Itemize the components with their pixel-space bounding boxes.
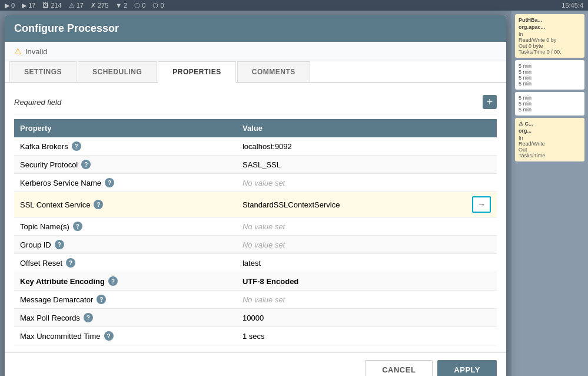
property-value-cell[interactable]: localhost:9092 [237,137,497,156]
property-name-cell: Offset Reset ? [14,254,237,272]
col-header-property: Property [14,119,237,137]
help-icon[interactable]: ? [94,200,103,209]
apply-button[interactable]: APPLY [437,360,497,376]
modal-content: Required field + Property Value [5,83,506,352]
property-name-cell: Kafka Brokers ? [14,137,237,156]
property-name-cell: SSL Context Service ? [14,192,237,217]
col-header-value: Value [237,119,497,137]
property-value-cell[interactable]: SASL_SSL [237,156,497,174]
right-panel: PutHBa... org.apac... In Read/Write 0 by… [511,11,588,376]
modal-title: Configure Processor [14,22,119,35]
right-card-1-title: PutHBa... [519,17,581,23]
help-icon[interactable]: ? [55,240,64,249]
table-row: Offset Reset ? latest [14,254,497,272]
modal-header: Configure Processor [5,15,506,42]
invalid-banner: ⚠ Invalid [5,42,506,61]
help-icon[interactable]: ? [72,141,81,151]
help-icon[interactable]: ? [108,276,118,286]
property-name-cell: Topic Name(s) ? [14,217,237,236]
property-name-cell: Kerberos Service Name ? [14,174,237,192]
right-card-times-2: 5 min 5 min 5 min [515,92,584,116]
property-name: Group ID [20,240,51,249]
property-value-cell[interactable]: No value set [237,236,497,254]
property-name-cell: Group ID ? [14,236,237,254]
property-name: Kafka Brokers [20,142,68,151]
property-value-cell[interactable]: No value set [237,217,497,236]
table-row: Topic Name(s) ? No value set [14,217,497,236]
toolbar-stat-5: ✗ 275 [91,2,108,9]
right-card-1: PutHBa... org.apac... In Read/Write 0 by… [515,14,584,58]
property-name: SSL Context Service [20,200,90,209]
property-name: Key Attribute Encoding [20,277,105,286]
table-row: Max Poll Records ? 10000 [14,309,497,327]
navigate-service-button[interactable]: → [472,196,491,213]
toolbar-stat-7: ⬡ 0 [134,2,145,9]
property-name: Max Uncommitted Time [20,332,101,341]
table-row: Security Protocol ? SASL_SSL [14,156,497,174]
table-row: Group ID ? No value set [14,236,497,254]
toolbar-stat-3: 🖼 214 [42,2,61,9]
right-card-2-subtitle: org... [519,128,581,134]
property-value-cell[interactable]: 10000 [237,309,497,327]
property-name-cell: Max Uncommitted Time ? [14,327,237,345]
warning-icon: ⚠ [14,47,22,56]
property-value-cell[interactable]: No value set [237,291,497,309]
tab-properties[interactable]: PROPERTIES [158,61,235,83]
property-name: Kerberos Service Name [20,179,101,187]
property-name: Topic Name(s) [20,222,69,231]
help-icon[interactable]: ? [84,313,93,322]
property-value-cell[interactable]: 1 secs [237,327,497,345]
add-property-button[interactable]: + [483,95,497,109]
property-value-cell[interactable]: StandardSSLContextService → [237,192,497,217]
tabs-container: SETTINGS SCHEDULING PROPERTIES COMMENTS [5,61,506,83]
right-card-2-title: ⚠ C... [519,121,581,127]
help-icon[interactable]: ? [104,331,114,341]
tab-settings[interactable]: SETTINGS [9,61,77,82]
property-value: StandardSSLContextService [242,200,340,209]
right-card-2: ⚠ C... org... In Read/Write Out Tasks/Ti… [515,118,584,161]
property-name: Max Poll Records [20,314,80,322]
table-row: Kafka Brokers ? localhost:9092 [14,137,497,156]
required-field-header: Required field + [14,90,497,114]
table-row: Key Attribute Encoding ? UTF-8 Encoded [14,272,497,291]
required-field-label: Required field [14,98,61,107]
cancel-button[interactable]: CANCEL [365,360,433,376]
tab-scheduling[interactable]: SCHEDULING [78,61,157,82]
toolbar-stat-2: ▶ 17 [22,2,35,9]
property-value-cell[interactable]: UTF-8 Encoded [237,272,497,291]
toolbar-time: 15:45:4 [562,2,583,9]
table-header-row: Property Value [14,119,497,137]
property-name-cell: Key Attribute Encoding ? [14,272,237,291]
table-row: Message Demarcator ? No value set [14,291,497,309]
property-name-cell: Security Protocol ? [14,156,237,174]
configure-processor-modal: Configure Processor ⚠ Invalid SETTINGS S… [5,15,506,376]
property-name-cell: Max Poll Records ? [14,309,237,327]
property-name-cell: Message Demarcator ? [14,291,237,309]
modal-footer: CANCEL APPLY [5,352,506,376]
property-name: Message Demarcator [20,295,93,304]
property-name: Security Protocol [20,160,78,169]
table-row-highlighted: SSL Context Service ? StandardSSLContext… [14,192,497,217]
help-icon[interactable]: ? [105,178,114,187]
properties-table: Property Value Kafka Brokers ? [14,119,497,345]
invalid-text: Invalid [25,47,48,56]
help-icon[interactable]: ? [66,258,75,268]
property-value-cell[interactable]: latest [237,254,497,272]
property-name: Offset Reset [20,259,62,268]
help-icon[interactable]: ? [97,295,106,304]
toolbar-stat-1: ▶ 0 [5,2,15,9]
right-card-1-subtitle: org.apac... [519,24,581,30]
modal-overlay: Configure Processor ⚠ Invalid SETTINGS S… [0,11,512,376]
help-icon[interactable]: ? [81,160,91,169]
top-toolbar: ▶ 0 ▶ 17 🖼 214 ⚠ 17 ✗ 275 ▼ 2 ⬡ 0 ⬡ 0 15… [0,0,588,11]
right-card-times-1: 5 min 5 min 5 min 5 min [515,60,584,90]
toolbar-stat-8: ⬡ 0 [152,2,164,9]
toolbar-stat-6: ▼ 2 [115,2,127,9]
table-row: Kerberos Service Name ? No value set [14,174,497,192]
toolbar-stat-4: ⚠ 17 [69,2,84,9]
table-row: Max Uncommitted Time ? 1 secs [14,327,497,345]
property-value-cell[interactable]: No value set [237,174,497,192]
help-icon[interactable]: ? [73,222,82,231]
tab-comments[interactable]: COMMENTS [237,61,310,82]
